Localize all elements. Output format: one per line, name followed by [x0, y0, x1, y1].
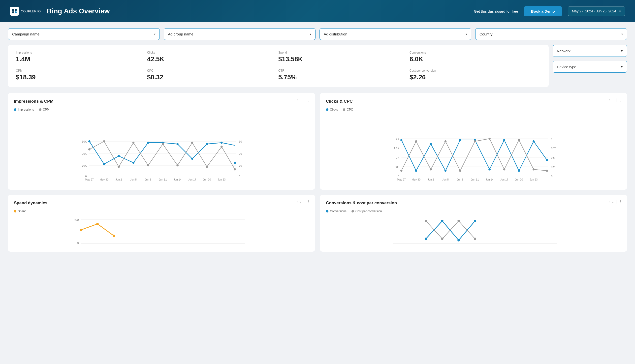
svg-text:2K: 2K [396, 138, 399, 140]
chart2-down-icon[interactable]: ↓ [612, 98, 614, 102]
svg-text:Jun 17: Jun 17 [188, 178, 196, 181]
impressions-value: 1.4M [16, 55, 30, 63]
svg-point-83 [425, 238, 427, 240]
spend-legend: Spend [14, 210, 309, 213]
chart2-up-icon[interactable]: ↑ [608, 98, 610, 102]
svg-rect-2 [12, 12, 14, 14]
clicks-cpc-title: Clicks & CPC [326, 99, 621, 104]
cpm-dot [176, 164, 179, 167]
charts-row-1: Impressions & CPM ↑ ↓ | ⋮ Impressions CP… [8, 93, 627, 190]
ctr-stat: CTR 5.75% [278, 69, 409, 81]
svg-point-59 [488, 138, 491, 140]
chart3-down-icon[interactable]: ↓ [300, 200, 302, 204]
dashboard-link[interactable]: Get this dashboard for free [474, 9, 518, 14]
cpm-dot [88, 148, 91, 150]
conversions-legend-label: Conversions [330, 210, 347, 213]
impressions-dot [191, 158, 194, 160]
svg-point-45 [444, 170, 447, 172]
impressions-dot [103, 163, 105, 165]
svg-point-61 [518, 139, 520, 141]
svg-text:30K: 30K [82, 140, 87, 143]
clicks-legend-dot [326, 108, 328, 111]
cpm-dot [147, 164, 149, 167]
country-label: Country [479, 32, 493, 36]
book-demo-button[interactable]: Book a Demo [524, 6, 562, 16]
svg-point-57 [459, 170, 461, 172]
country-filter[interactable]: Country ▾ [475, 28, 627, 40]
svg-text:1K: 1K [396, 156, 399, 159]
ad-distribution-filter[interactable]: Ad distribution ▾ [319, 28, 471, 40]
spend-value: $13.58K [278, 55, 303, 63]
svg-point-53 [400, 170, 403, 172]
chart2-more-icon[interactable]: ⋮ [619, 98, 622, 102]
svg-point-63 [546, 170, 548, 172]
ad-group-name-filter[interactable]: Ad group name ▾ [164, 28, 316, 40]
cpc-line [401, 138, 547, 170]
svg-point-79 [80, 228, 82, 231]
chart4-up-icon[interactable]: ↑ [608, 200, 610, 204]
svg-point-49 [503, 139, 505, 141]
svg-point-90 [474, 238, 476, 240]
svg-text:1.5K: 1.5K [394, 147, 399, 150]
clicks-legend-label: Clicks [330, 108, 338, 111]
svg-point-81 [113, 234, 115, 237]
impressions-legend-item: Impressions [14, 108, 34, 111]
cost-per-conversion-legend-item: Cost per conversion [351, 210, 382, 213]
spend-dynamics-svg: 0 800 [14, 215, 309, 245]
impressions-cpm-chart-card: Impressions & CPM ↑ ↓ | ⋮ Impressions CP… [8, 93, 315, 190]
chart4-divider: | [616, 200, 617, 204]
cpc-legend-dot [343, 108, 345, 111]
chart3-more-icon[interactable]: ⋮ [307, 200, 310, 204]
cpm-dot [221, 146, 223, 148]
cpm-stat: CPM $18.39 [16, 69, 147, 81]
header-left: COUPLER.IO Bing Ads Overview [10, 7, 110, 16]
conversions-title: Conversions & cost per conversion [326, 200, 621, 206]
chart4-more-icon[interactable]: ⋮ [619, 200, 622, 204]
cpm-line [89, 141, 235, 169]
chart3-divider: | [304, 200, 305, 204]
chart1-more-icon[interactable]: ⋮ [307, 98, 310, 102]
spend-line [81, 224, 114, 236]
conversions-chart-card: Conversions & cost per conversion ↑ ↓ | … [320, 195, 627, 252]
conversions-value: 6.0K [409, 55, 423, 63]
chart4-down-icon[interactable]: ↓ [612, 200, 614, 204]
cpm-dot [118, 166, 120, 168]
svg-text:May 27: May 27 [397, 178, 406, 181]
svg-text:0: 0 [239, 175, 240, 178]
ad-distribution-chevron-icon: ▾ [466, 32, 467, 36]
spend-legend-dot [14, 210, 16, 212]
impressions-dot [206, 143, 208, 145]
svg-point-80 [96, 223, 99, 225]
impressions-dot [133, 162, 135, 164]
svg-text:30: 30 [239, 140, 242, 143]
impressions-legend-label: Impressions [18, 108, 34, 111]
device-type-filter[interactable]: Device type ▾ [553, 61, 627, 73]
network-filter[interactable]: Network ▾ [553, 45, 627, 57]
svg-rect-0 [12, 9, 14, 11]
stats-card: Impressions 1.4M Clicks 42.5K Spend $13.… [8, 45, 549, 87]
svg-rect-1 [15, 9, 17, 11]
campaign-name-filter[interactable]: Campaign name ▾ [8, 28, 160, 40]
svg-point-42 [400, 139, 403, 141]
impressions-cpm-legend: Impressions CPM [14, 108, 309, 111]
network-chevron-icon: ▾ [621, 48, 623, 53]
conversions-controls: ↑ ↓ | ⋮ [608, 200, 622, 204]
spend-stat: Spend $13.58K [278, 51, 409, 63]
cpc-value: $0.32 [147, 74, 163, 81]
clicks-stat: Clicks 42.5K [147, 51, 278, 63]
chart1-down-icon[interactable]: ↓ [300, 98, 302, 102]
svg-text:Jun 2: Jun 2 [116, 178, 122, 181]
chart1-up-icon[interactable]: ↑ [296, 98, 298, 102]
svg-text:May 30: May 30 [412, 178, 420, 181]
clicks-label: Clicks [147, 51, 155, 54]
svg-point-52 [546, 159, 548, 161]
conversions-stat: Conversions 6.0K [409, 51, 541, 63]
date-range-picker[interactable]: May 27, 2024 - Jun 25, 2024 ▾ [568, 6, 625, 16]
chart2-divider: | [616, 98, 617, 102]
cpm-dot [133, 142, 135, 144]
chart3-up-icon[interactable]: ↑ [296, 200, 298, 204]
cost-per-conversion-value: $2.26 [409, 74, 426, 81]
svg-point-46 [459, 139, 461, 141]
svg-point-50 [518, 170, 520, 172]
cpm-legend-label: CPM [43, 108, 50, 111]
